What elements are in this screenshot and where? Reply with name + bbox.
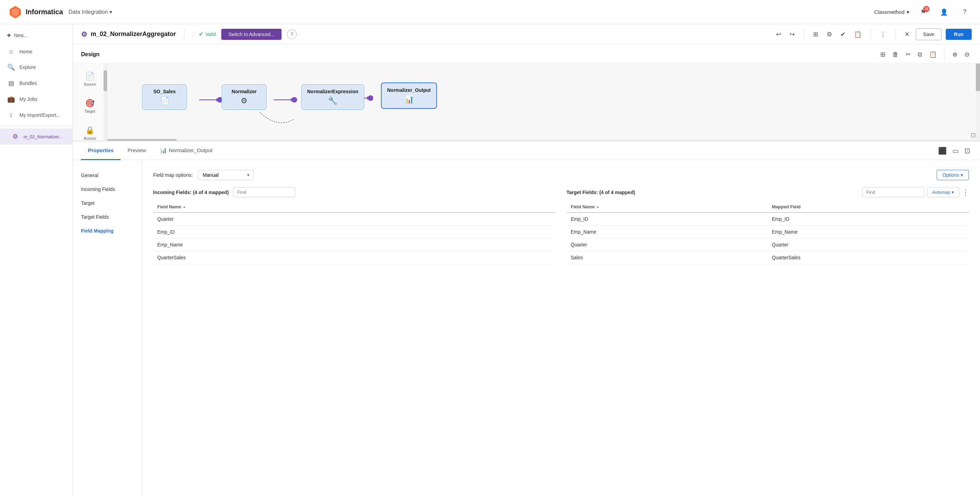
- field-map-options-label: Field map options:: [153, 172, 192, 178]
- notifications-button[interactable]: ⚑ 15: [916, 5, 930, 19]
- incoming-field-name: Quarter: [153, 213, 555, 225]
- target-field-row[interactable]: Emp_NameEmp_Name: [566, 226, 969, 238]
- sidebar-item-active-mapping[interactable]: ⚙ m_02_Normalizer...: [0, 129, 72, 145]
- close-mapping-button[interactable]: ✕: [902, 29, 912, 40]
- tab-normalizer-output-label: Normalizer_Output: [169, 147, 213, 153]
- node-normalizer[interactable]: Normalizer ⚙: [222, 84, 267, 110]
- tab-properties[interactable]: Properties: [81, 142, 121, 160]
- redo-button[interactable]: ↪: [788, 29, 797, 40]
- valid-check-icon: ✔: [199, 31, 203, 37]
- svg-marker-3: [216, 98, 220, 102]
- app-subtitle[interactable]: Data Integration ▾: [68, 9, 112, 15]
- canvas-hscrollbar[interactable]: [107, 139, 980, 142]
- zoom-in-button[interactable]: ⊕: [950, 48, 959, 60]
- grid-layout-button[interactable]: ⊞: [878, 48, 888, 60]
- sidebar-item-home[interactable]: ⌂ Home: [0, 44, 72, 59]
- access-policy-label: Access Policy: [78, 136, 102, 142]
- nav-incoming-label: Incoming Fields: [81, 187, 115, 192]
- node-so-sales[interactable]: SO_Sales 📄: [142, 84, 187, 110]
- sidebar-label-my-jobs: My Jobs: [19, 96, 37, 102]
- target-field-name-col-header[interactable]: Field Name ▲: [566, 201, 768, 212]
- help-info-button[interactable]: ?: [287, 29, 297, 39]
- bundles-icon: ▤: [7, 80, 15, 87]
- sidebar-item-bundles[interactable]: ▤ Bundles: [0, 75, 72, 91]
- target-field-row[interactable]: SalesQuarterSales: [566, 251, 969, 264]
- validate-button[interactable]: ✔: [838, 29, 848, 40]
- svg-marker-9: [367, 96, 371, 100]
- target-mapped-field: Emp_Name: [768, 226, 969, 238]
- incoming-field-row[interactable]: Emp_Name: [153, 238, 555, 251]
- delete-button[interactable]: 🗑: [890, 49, 901, 60]
- node-normalizer-output[interactable]: Normalizer_Output 📊: [381, 83, 437, 109]
- help-button[interactable]: ?: [958, 5, 972, 19]
- incoming-field-row[interactable]: Quarter: [153, 213, 555, 226]
- layout-right-button[interactable]: ▭: [951, 145, 960, 156]
- nav-target[interactable]: Target: [73, 196, 142, 210]
- nav-field-mapping[interactable]: Field Mapping: [73, 224, 142, 238]
- more-button[interactable]: ⋮: [878, 29, 888, 40]
- sidebar-item-import-export[interactable]: ↕ My Import/Export...: [0, 107, 72, 123]
- undo-button[interactable]: ↩: [774, 29, 783, 40]
- grid-button[interactable]: ⊞: [811, 29, 820, 40]
- save-button[interactable]: Save: [916, 29, 942, 40]
- tab-preview[interactable]: Preview: [121, 142, 153, 160]
- target-field-row[interactable]: Emp_IDEmp_ID: [566, 213, 969, 226]
- target-more-button[interactable]: ⋮: [962, 188, 969, 196]
- incoming-field-row[interactable]: QuarterSales: [153, 251, 555, 264]
- app-logo: Informatica: [8, 5, 63, 19]
- access-policy-component[interactable]: 🔒 Access Policy: [75, 123, 104, 142]
- sidebar-item-explore[interactable]: 🔍 Explore: [0, 59, 72, 75]
- prop-nav: General Incoming Fields Target Target Fi…: [73, 160, 142, 496]
- user-button[interactable]: 👤: [937, 5, 951, 19]
- sidebar-label-import-export: My Import/Export...: [19, 112, 60, 118]
- tab-normalizer-output[interactable]: 📊 Normalizer_Output: [153, 142, 220, 160]
- incoming-find-input[interactable]: [233, 187, 295, 197]
- target-field-row[interactable]: QuarterQuarter: [566, 238, 969, 251]
- divider-1: [184, 29, 185, 40]
- design-header: Design ⊞ 🗑 ✂ ⧉ 📋 ⊕ ⊖: [73, 45, 980, 64]
- nav-general[interactable]: General: [73, 169, 142, 182]
- layout-bottom-button[interactable]: ⬛: [937, 145, 948, 156]
- left-panel-scrollbar[interactable]: [103, 64, 107, 142]
- target-component[interactable]: 🎯 Target: [82, 96, 98, 116]
- incoming-field-row[interactable]: Emp_ID: [153, 226, 555, 238]
- incoming-sort-icon: ▲: [183, 205, 186, 209]
- new-button[interactable]: ✚ New...: [0, 30, 72, 41]
- cut-button[interactable]: ✂: [904, 48, 913, 60]
- sidebar-item-my-jobs[interactable]: 💼 My Jobs: [0, 91, 72, 107]
- nav-target-fields[interactable]: Target Fields: [73, 210, 142, 224]
- switch-advanced-button[interactable]: Switch to Advanced...: [221, 29, 282, 40]
- config-button[interactable]: ⚙: [824, 29, 834, 40]
- target-table-header: Field Name ▲ Mapped Field: [566, 201, 969, 213]
- sidebar-label-bundles: Bundles: [19, 80, 37, 86]
- sidebar-section-mappings: ⚙ m_02_Normalizer...: [0, 126, 72, 145]
- app-title: Informatica: [25, 8, 63, 16]
- incoming-field-name-col-header[interactable]: Field Name ▲: [153, 201, 555, 212]
- run-button[interactable]: Run: [946, 29, 972, 40]
- export-button[interactable]: 📋: [852, 29, 864, 40]
- source-component[interactable]: 📄 Source: [81, 69, 99, 89]
- nav-incoming-fields[interactable]: Incoming Fields: [73, 182, 142, 196]
- options-button[interactable]: Options ▾: [937, 170, 969, 180]
- plus-icon: ✚: [7, 33, 11, 38]
- layout-buttons: ⬛ ▭ ⊡: [937, 145, 972, 156]
- active-mapping-label: m_02_Normalizer...: [24, 134, 63, 139]
- canvas[interactable]: SO_Sales 📄 Normalizer ⚙ NormalizerExpres…: [107, 64, 980, 142]
- node-normalizer-expression[interactable]: NormalizerExpression 🔧: [301, 84, 364, 110]
- editor-header: ⚙ m_02_NormalizerAggregator ✔ Valid Swit…: [73, 24, 980, 45]
- svg-point-10: [368, 95, 373, 101]
- copy-button[interactable]: ⧉: [916, 49, 924, 60]
- paste-button[interactable]: 📋: [927, 48, 939, 60]
- automap-button[interactable]: Automap ▾: [927, 187, 959, 197]
- canvas-vscrollbar[interactable]: [976, 64, 980, 139]
- field-map-select[interactable]: Manual Automatic: [198, 170, 253, 180]
- target-mapped-field: Quarter: [768, 238, 969, 251]
- node-normalizer-output-title: Normalizer_Output: [387, 87, 431, 93]
- canvas-expand-button[interactable]: ⊡: [970, 131, 976, 139]
- target-find-input[interactable]: [862, 187, 924, 197]
- new-label: New...: [14, 33, 27, 38]
- org-selector[interactable]: Classmethod ▾: [874, 9, 909, 15]
- options-chevron: ▾: [961, 172, 963, 178]
- layout-full-button[interactable]: ⊡: [963, 145, 972, 156]
- zoom-out-button[interactable]: ⊖: [963, 48, 972, 60]
